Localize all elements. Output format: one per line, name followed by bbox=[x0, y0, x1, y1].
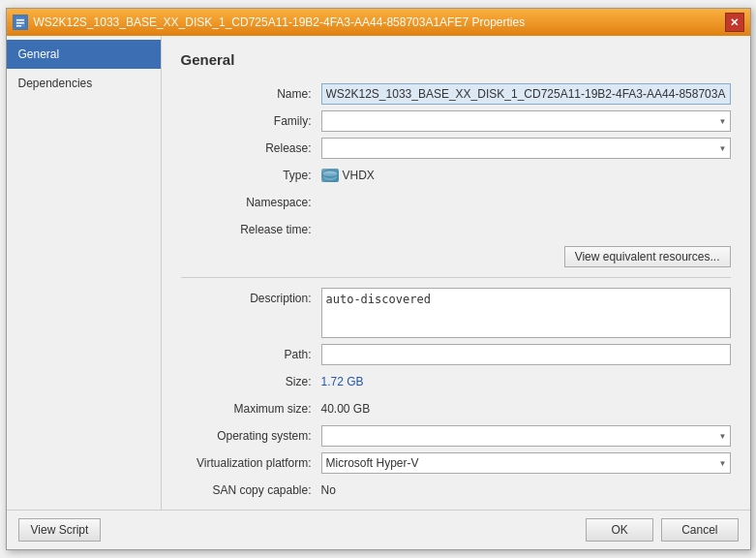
namespace-row: Namespace: bbox=[181, 192, 731, 213]
family-dropdown[interactable] bbox=[321, 110, 731, 132]
virt-dropdown[interactable]: Microsoft Hyper-V bbox=[321, 452, 731, 474]
footer-bar: View Script OK Cancel bbox=[7, 510, 750, 549]
san-row: SAN copy capable: No bbox=[181, 480, 731, 501]
san-value: No bbox=[321, 483, 731, 497]
sidebar-item-dependencies[interactable]: Dependencies bbox=[7, 69, 161, 98]
sidebar-item-general[interactable]: General bbox=[7, 40, 161, 69]
os-dropdown[interactable] bbox=[321, 425, 731, 447]
type-label: Type: bbox=[181, 169, 321, 182]
max-size-value: 40.00 GB bbox=[321, 402, 731, 416]
close-button[interactable]: ✕ bbox=[725, 13, 744, 32]
size-row: Size: 1.72 GB bbox=[181, 371, 731, 392]
svg-point-6 bbox=[322, 170, 338, 177]
os-row: Operating system: bbox=[181, 425, 731, 447]
size-label: Size: bbox=[181, 375, 321, 388]
svg-rect-1 bbox=[16, 19, 24, 21]
max-size-label: Maximum size: bbox=[181, 402, 321, 416]
family-row: Family: bbox=[181, 110, 731, 132]
path-label: Path: bbox=[181, 348, 321, 361]
title-bar: WS2K12S_1033_BASE_XX_DISK_1_CD725A11-19B… bbox=[7, 9, 750, 36]
os-label: Operating system: bbox=[181, 429, 321, 443]
svg-rect-2 bbox=[16, 22, 24, 24]
type-value-container: VHDX bbox=[321, 169, 375, 182]
properties-dialog: WS2K12S_1033_BASE_XX_DISK_1_CD725A11-19B… bbox=[6, 8, 751, 550]
virt-row: Virtualization platform: Microsoft Hyper… bbox=[181, 452, 731, 474]
family-dropdown-wrapper bbox=[321, 110, 731, 132]
release-dropdown-wrapper bbox=[321, 138, 731, 159]
size-value: 1.72 GB bbox=[321, 375, 731, 388]
ok-button[interactable]: OK bbox=[586, 518, 653, 542]
path-input[interactable] bbox=[321, 344, 731, 365]
view-script-button[interactable]: View Script bbox=[18, 518, 102, 542]
section-title: General bbox=[181, 51, 731, 68]
separator bbox=[181, 277, 731, 278]
window-icon bbox=[13, 15, 28, 30]
release-row: Release: bbox=[181, 138, 731, 159]
description-row: Description: auto-discovered bbox=[181, 288, 731, 338]
release-time-label: Release time: bbox=[181, 223, 321, 236]
san-label: SAN copy capable: bbox=[181, 483, 321, 497]
main-panel: General Name: Family: Release: bbox=[162, 36, 750, 510]
footer-actions: OK Cancel bbox=[586, 518, 738, 542]
name-row: Name: bbox=[181, 83, 731, 105]
name-label: Name: bbox=[181, 87, 321, 101]
namespace-label: Namespace: bbox=[181, 196, 321, 209]
family-label: Family: bbox=[181, 114, 321, 128]
window-title: WS2K12S_1033_BASE_XX_DISK_1_CD725A11-19B… bbox=[34, 16, 526, 29]
view-equivalent-button[interactable]: View equivalent resources... bbox=[564, 246, 731, 267]
os-dropdown-wrapper bbox=[321, 425, 731, 447]
release-label: Release: bbox=[181, 141, 321, 155]
equiv-btn-row: View equivalent resources... bbox=[181, 246, 731, 267]
cancel-button[interactable]: Cancel bbox=[661, 518, 738, 542]
release-time-row: Release time: bbox=[181, 219, 731, 240]
path-row: Path: bbox=[181, 344, 731, 365]
type-row: Type: bbox=[181, 165, 731, 186]
release-dropdown[interactable] bbox=[321, 138, 731, 159]
type-value: VHDX bbox=[343, 169, 375, 182]
sidebar: General Dependencies bbox=[7, 36, 162, 510]
max-size-row: Maximum size: 40.00 GB bbox=[181, 398, 731, 419]
description-label: Description: bbox=[181, 288, 321, 305]
name-input[interactable] bbox=[321, 83, 731, 105]
description-input[interactable]: auto-discovered bbox=[321, 288, 731, 338]
vhdx-icon bbox=[321, 169, 339, 182]
virt-label: Virtualization platform: bbox=[181, 456, 321, 470]
svg-rect-3 bbox=[16, 25, 21, 27]
virt-dropdown-wrapper: Microsoft Hyper-V bbox=[321, 452, 731, 474]
